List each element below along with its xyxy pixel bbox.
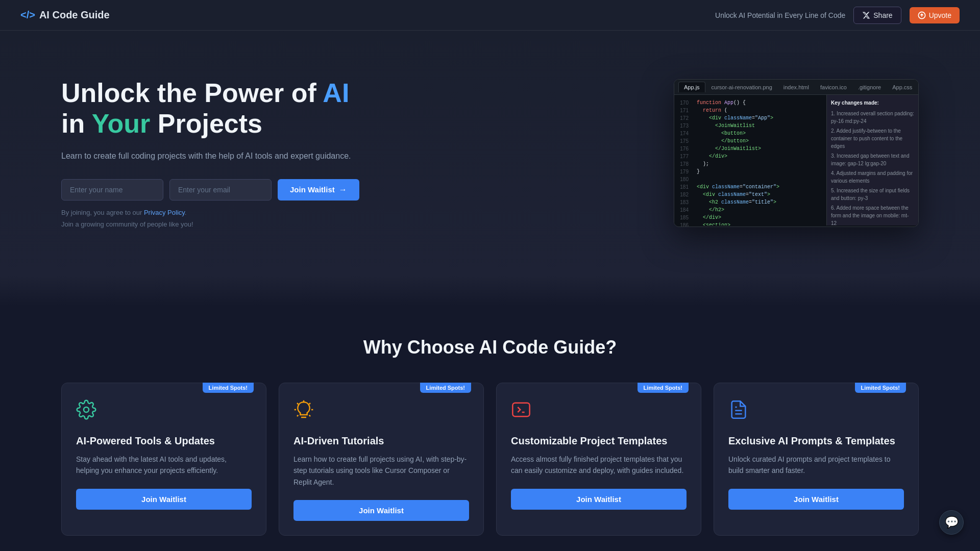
- hero-title-projects: Projects: [150, 109, 262, 138]
- code-tab-cursor[interactable]: cursor-ai-renovation.png: [706, 82, 777, 92]
- svg-line-6: [297, 415, 298, 416]
- email-input[interactable]: [169, 179, 272, 201]
- section-divider: [0, 276, 980, 306]
- svg-point-2: [84, 407, 89, 412]
- hero-title-ai-accent: AI: [323, 78, 349, 108]
- card-join-button-4[interactable]: Join Waitlist: [728, 489, 904, 510]
- card-join-button-2[interactable]: Join Waitlist: [293, 500, 469, 521]
- card-badge-3: Limited Spots!: [638, 383, 689, 393]
- card-desc-4: Unlock curated AI prompts and project te…: [728, 454, 904, 477]
- hero-title-in: in: [61, 109, 92, 138]
- svg-line-7: [309, 403, 310, 404]
- card-desc-2: Learn how to create full projects using …: [293, 454, 469, 488]
- card-join-button-3[interactable]: Join Waitlist: [511, 489, 687, 510]
- card-title-1: AI-Powered Tools & Updates: [76, 434, 252, 447]
- x-icon: [862, 11, 870, 19]
- logo-icon: </>: [20, 9, 35, 21]
- card-join-button-1[interactable]: Join Waitlist: [76, 489, 252, 510]
- code-tab-gitignore[interactable]: .gitignore: [853, 82, 886, 92]
- upvote-icon: [918, 11, 926, 19]
- card-ai-tools: Limited Spots! AI-Powered Tools & Update…: [61, 383, 266, 536]
- hero-form: Join Waitlist →: [61, 179, 359, 201]
- join-waitlist-button[interactable]: Join Waitlist →: [278, 179, 359, 201]
- card-desc-3: Access almost fully finished project tem…: [511, 454, 687, 477]
- code-preview-tabs: App.js cursor-ai-renovation.png index.ht…: [674, 80, 918, 95]
- logo-text: AI Code Guide: [39, 9, 110, 21]
- card-badge-2: Limited Spots!: [420, 383, 471, 393]
- hero-left: Unlock the Power of AI in Your Projects …: [61, 78, 359, 228]
- doc-icon: [728, 399, 904, 424]
- arrow-icon: →: [339, 185, 347, 194]
- privacy-text: By joining, you agree to our: [61, 209, 144, 216]
- code-tab-favicon[interactable]: favicon.ico: [815, 82, 852, 92]
- upvote-label: Upvote: [929, 11, 951, 19]
- code-tab-html[interactable]: index.html: [778, 82, 814, 92]
- why-section: Why Choose AI Code Guide? Limited Spots!…: [0, 306, 980, 551]
- hero-title-line1: Unlock the Power of AI: [61, 78, 349, 108]
- terminal-icon: [511, 399, 687, 424]
- card-badge-1: Limited Spots!: [203, 383, 254, 393]
- code-preview: App.js cursor-ai-renovation.png index.ht…: [674, 79, 919, 227]
- hero-title-line2: in Your Projects: [61, 109, 262, 138]
- why-title: Why Choose AI Code Guide?: [61, 337, 919, 358]
- navbar: </> AI Code Guide Unlock AI Potential in…: [0, 0, 980, 31]
- bulb-icon: [293, 399, 469, 424]
- logo[interactable]: </> AI Code Guide: [20, 9, 110, 21]
- upvote-button[interactable]: Upvote: [910, 7, 960, 23]
- card-title-4: Exclusive AI Prompts & Templates: [728, 434, 904, 447]
- hero-section: Unlock the Power of AI in Your Projects …: [0, 31, 980, 276]
- hero-privacy: By joining, you agree to our Privacy Pol…: [61, 209, 359, 216]
- svg-line-9: [309, 415, 310, 416]
- hero-title-your-accent: Your: [92, 109, 151, 138]
- code-content: function App() { return ( <div className…: [693, 95, 826, 226]
- cards-grid: Limited Spots! AI-Powered Tools & Update…: [61, 383, 919, 536]
- navbar-right: Unlock AI Potential in Every Line of Cod…: [715, 7, 960, 24]
- privacy-link[interactable]: Privacy Policy: [144, 209, 185, 216]
- card-title-3: Customizable Project Templates: [511, 434, 687, 447]
- code-line-numbers: 170171172173174 175176177178179 18018118…: [674, 95, 693, 226]
- card-ai-tutorials: Limited Spots! AI-Driven Tutorials Learn…: [279, 383, 484, 536]
- hero-title-prefix1: Unlock the Power of: [61, 78, 323, 108]
- card-title-2: AI-Driven Tutorials: [293, 434, 469, 447]
- join-waitlist-label: Join Waitlist: [290, 185, 335, 194]
- card-desc-1: Stay ahead with the latest AI tools and …: [76, 454, 252, 477]
- chat-icon: 💬: [945, 516, 959, 529]
- navbar-tagline: Unlock AI Potential in Every Line of Cod…: [715, 11, 845, 19]
- code-tab-appcss[interactable]: App.css: [887, 82, 917, 92]
- code-tab-appjs[interactable]: App.js: [678, 82, 705, 92]
- hero-subtitle: Learn to create full coding projects wit…: [61, 149, 359, 163]
- card-project-templates: Limited Spots! Customizable Project Temp…: [496, 383, 701, 536]
- card-ai-prompts: Limited Spots! Exclusive AI Prompts & Te…: [714, 383, 919, 536]
- share-button[interactable]: Share: [853, 7, 901, 24]
- name-input[interactable]: [61, 179, 163, 201]
- hero-right: App.js cursor-ai-renovation.png index.ht…: [674, 79, 919, 227]
- code-panel-ai-notes: Key changes made: 1. Increased overall s…: [826, 95, 918, 226]
- card-badge-4: Limited Spots!: [855, 383, 906, 393]
- code-body: 170171172173174 175176177178179 18018118…: [674, 95, 918, 226]
- hero-title: Unlock the Power of AI in Your Projects: [61, 78, 359, 139]
- share-label: Share: [873, 11, 892, 19]
- hero-community: Join a growing community of people like …: [61, 220, 359, 228]
- svg-line-4: [297, 403, 298, 404]
- gear-icon: [76, 399, 252, 424]
- privacy-suffix: .: [185, 209, 187, 216]
- chat-bubble[interactable]: 💬: [939, 510, 964, 535]
